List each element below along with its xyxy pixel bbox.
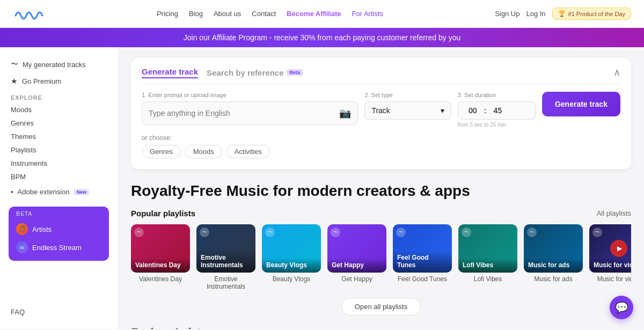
- step1-label: 1. Enter prompt or upload image: [142, 92, 358, 98]
- playlist-item-feelgood[interactable]: 〜 Feel Good Tunes Feel Good Tunes: [393, 224, 452, 290]
- playlist-name-feelgood: Feel Good Tunes: [393, 275, 452, 283]
- playlist-overlay-lofi: Lofi Vibes: [458, 258, 517, 272]
- playlist-item-emotive[interactable]: 〜 Emotive Instrumentals Emotive Instrume…: [196, 224, 255, 290]
- playlist-name-valentines: Valentines Day: [131, 275, 190, 283]
- sidebar-item-genres[interactable]: Genres: [0, 116, 118, 130]
- nav-right: Sign Up Log In 🏆 #1 Product of the Day: [495, 8, 631, 20]
- open-all-playlists-button[interactable]: Open all playlists: [341, 298, 421, 316]
- explore-section-label: EXPLORE: [0, 89, 118, 103]
- beta-section: BETA 🎵 Artists ∞ Endless Stream: [9, 207, 109, 261]
- duration-min-input[interactable]: [465, 106, 481, 115]
- tab-search-reference[interactable]: Search by reference Beta: [207, 68, 303, 77]
- music-wave-icon-8: 〜: [592, 228, 602, 237]
- playlist-thumb-ads: 〜 Music for ads: [524, 224, 583, 273]
- logo[interactable]: [13, 6, 45, 22]
- main-content: Generate track Search by reference Beta …: [118, 47, 644, 329]
- track-type-selector[interactable]: Track ▾: [364, 101, 451, 120]
- music-wave-icon-2: 〜: [200, 228, 209, 237]
- duration-area[interactable]: :: [458, 101, 536, 120]
- nav-signup[interactable]: Sign Up: [495, 10, 519, 18]
- step2-label: 2. Set type: [364, 92, 451, 98]
- sidebar-item-instruments[interactable]: Instruments: [0, 157, 118, 170]
- playlist-overlay-feelgood: Feel Good Tunes: [393, 251, 452, 273]
- playlist-item-lofi[interactable]: 〜 Lofi Vibes Lofi Vibes: [458, 224, 517, 290]
- nav-for-artists[interactable]: For Artists: [352, 10, 383, 18]
- sidebar-item-themes[interactable]: Themes: [0, 130, 118, 143]
- sidebar-faq[interactable]: FAQ: [0, 304, 118, 320]
- music-wave-icon-4: 〜: [331, 228, 340, 237]
- tab-generate-track[interactable]: Generate track: [142, 67, 198, 78]
- choose-tag-moods[interactable]: Moods: [185, 145, 222, 158]
- affiliate-banner[interactable]: Join our Affiliate Program - receive 30%…: [0, 28, 644, 47]
- music-wave-icon-3: 〜: [265, 228, 275, 237]
- wave-icon: 〜: [11, 60, 18, 69]
- chat-icon: 💬: [615, 301, 628, 314]
- nav-login[interactable]: Log In: [526, 10, 545, 18]
- sidebar-go-premium[interactable]: ★ Go Premium: [0, 73, 118, 89]
- choose-tag-genres[interactable]: Genres: [142, 145, 181, 158]
- playlist-overlay-valentines: Valentines Day: [131, 258, 190, 272]
- playlist-overlay-beauty: Beauty Vlogs: [262, 258, 321, 272]
- endless-icon: ∞: [16, 241, 28, 253]
- music-wave-icon-5: 〜: [396, 228, 406, 237]
- playlist-overlay-video: Music for video: [589, 258, 631, 272]
- artists-title-area: Explore Artists Beta: [131, 326, 227, 329]
- playlist-item-valentines[interactable]: 〜 Valentines Day Valentines Day: [131, 224, 190, 290]
- playlist-thumb-beauty: 〜 Beauty Vlogs: [262, 224, 321, 273]
- generate-track-button[interactable]: Generate track: [542, 92, 620, 116]
- prompt-area[interactable]: 📷: [142, 101, 358, 125]
- sidebar-my-tracks[interactable]: 〜 My generated tracks: [0, 56, 118, 73]
- playlist-thumb-video: 〜 Music for video: [589, 224, 631, 273]
- sidebar: 〜 My generated tracks ★ Go Premium EXPLO…: [0, 47, 118, 329]
- prompt-input[interactable]: [149, 109, 339, 118]
- artists-icon: 🎵: [16, 223, 28, 235]
- camera-button[interactable]: 📷: [339, 107, 351, 119]
- playlist-item-ads[interactable]: 〜 Music for ads Music for ads: [524, 224, 583, 290]
- popular-playlists-header: Popular playlists All playlists: [131, 209, 631, 218]
- playlist-thumb-valentines: 〜 Valentines Day: [131, 224, 190, 273]
- adobe-extension[interactable]: ▪ Adobe extension New: [0, 184, 118, 200]
- artists-section-header: Explore Artists Beta All artists: [131, 326, 631, 329]
- sidebar-item-playlists[interactable]: Playlists: [0, 143, 118, 157]
- nav-pricing[interactable]: Pricing: [157, 10, 178, 18]
- playlist-item-beauty[interactable]: 〜 Beauty Vlogs Beauty Vlogs: [262, 224, 321, 290]
- nav-blog[interactable]: Blog: [189, 10, 203, 18]
- playlist-thumb-happy: 〜 Get Happy: [327, 224, 386, 273]
- step3-label: 3. Set duration: [458, 92, 536, 98]
- step-prompt: 1. Enter prompt or upload image 📷: [142, 92, 358, 125]
- step-type: 2. Set type Track ▾: [364, 92, 451, 120]
- sidebar-item-bpm[interactable]: BPM: [0, 170, 118, 184]
- sidebar-item-moods[interactable]: Moods: [0, 103, 118, 116]
- playlist-item-video[interactable]: 〜 Music for video Music for video: [589, 224, 631, 290]
- playlists-section: Royalty-Free Music for modern creators &…: [131, 182, 631, 316]
- playlist-thumb-lofi: 〜 Lofi Vibes: [458, 224, 517, 273]
- playlist-name-beauty: Beauty Vlogs: [262, 275, 321, 283]
- choose-tag-activities[interactable]: Activities: [226, 145, 270, 158]
- or-choose-label: or choose:: [142, 134, 620, 142]
- playlist-thumb-emotive: 〜 Emotive Instrumentals: [196, 224, 255, 273]
- product-day-badge: 🏆 #1 Product of the Day: [552, 8, 631, 20]
- tab-reference-label: Search by reference: [207, 68, 283, 77]
- playlist-overlay-ads: Music for ads: [524, 258, 583, 272]
- new-badge: New: [74, 189, 89, 195]
- generate-box: Generate track Search by reference Beta …: [131, 58, 631, 169]
- star-icon: ★: [11, 77, 18, 85]
- playlist-thumb-feelgood: 〜 Feel Good Tunes: [393, 224, 452, 273]
- playlist-name-lofi: Lofi Vibes: [458, 275, 517, 283]
- trophy-icon: 🏆: [558, 10, 566, 17]
- popular-playlists-title: Popular playlists: [131, 209, 195, 218]
- all-playlists-link[interactable]: All playlists: [597, 209, 631, 217]
- playlist-name-happy: Get Happy: [327, 275, 386, 283]
- collapse-button[interactable]: ∧: [613, 67, 620, 78]
- artists-section: Explore Artists Beta All artists: [131, 326, 631, 329]
- sidebar-item-endless-stream[interactable]: ∞ Endless Stream: [14, 238, 104, 256]
- nav-about[interactable]: About us: [214, 10, 241, 18]
- nav-links: Pricing Blog About us Contact Become Aff…: [157, 10, 383, 18]
- adobe-icon: ▪: [11, 188, 13, 196]
- nav-contact[interactable]: Contact: [252, 10, 276, 18]
- chat-bubble-button[interactable]: 💬: [610, 296, 633, 319]
- playlist-item-happy[interactable]: 〜 Get Happy Get Happy: [327, 224, 386, 290]
- nav-become-affiliate[interactable]: Become Affiliate: [287, 10, 341, 18]
- sidebar-item-artists[interactable]: 🎵 Artists: [14, 220, 104, 238]
- duration-sec-input[interactable]: [489, 106, 506, 115]
